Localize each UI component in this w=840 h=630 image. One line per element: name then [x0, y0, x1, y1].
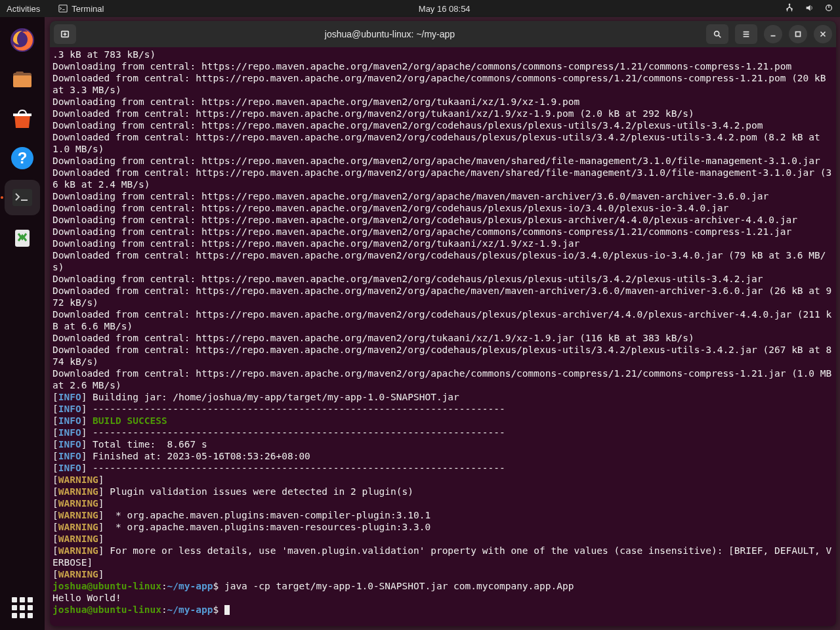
window-title: joshua@ubuntu-linux: ~/my-app: [80, 29, 700, 39]
app-menu-label: Terminal: [72, 4, 104, 14]
new-tab-icon: [60, 30, 70, 39]
svg-rect-7: [13, 75, 32, 87]
svg-point-1: [789, 3, 791, 5]
search-icon: [713, 30, 722, 39]
svg-rect-16: [796, 32, 801, 37]
volume-icon[interactable]: [805, 3, 814, 14]
network-icon[interactable]: [785, 3, 794, 14]
maximize-button[interactable]: [789, 25, 807, 43]
hamburger-menu[interactable]: [735, 24, 757, 44]
minimize-button[interactable]: [764, 25, 782, 43]
show-applications[interactable]: [12, 597, 33, 618]
firefox-icon: [9, 27, 35, 53]
close-button[interactable]: [814, 25, 832, 43]
close-icon: [818, 30, 828, 39]
svg-rect-9: [13, 114, 32, 116]
new-tab-button[interactable]: [54, 24, 76, 44]
svg-rect-12: [12, 189, 32, 206]
activities-button[interactable]: Activities: [7, 4, 40, 14]
dock-terminal[interactable]: [5, 180, 40, 215]
dock-files[interactable]: [5, 62, 40, 97]
gnome-topbar: Activities Terminal May 16 08:54: [0, 0, 840, 17]
hamburger-icon: [742, 30, 751, 39]
svg-point-3: [791, 8, 793, 10]
minimize-icon: [768, 30, 778, 39]
maximize-icon: [793, 30, 803, 39]
clock[interactable]: May 16 08:54: [419, 4, 471, 14]
dock-software[interactable]: [5, 101, 40, 136]
svg-text:?: ?: [18, 149, 28, 167]
svg-point-2: [786, 8, 788, 10]
trash-icon: [9, 224, 35, 250]
terminal-small-icon: [58, 4, 68, 13]
shopping-bag-icon: [9, 106, 35, 132]
search-button[interactable]: [706, 24, 728, 44]
svg-rect-8: [16, 72, 24, 75]
dock-trash[interactable]: [5, 219, 40, 255]
svg-rect-0: [59, 5, 67, 12]
help-icon: ?: [9, 145, 35, 171]
titlebar: joshua@ubuntu-linux: ~/my-app: [50, 21, 836, 47]
terminal-window: joshua@ubuntu-linux: ~/my-app .3 kB at 7…: [50, 21, 836, 626]
terminal-output[interactable]: .3 kB at 783 kB/s)Downloading from centr…: [50, 47, 836, 626]
dock: ?: [0, 17, 45, 630]
dock-firefox[interactable]: [5, 22, 40, 58]
dock-help[interactable]: ?: [5, 140, 40, 176]
terminal-icon: [9, 184, 35, 211]
app-menu[interactable]: Terminal: [58, 4, 104, 14]
svg-point-15: [715, 32, 719, 36]
files-icon: [9, 66, 35, 93]
power-icon[interactable]: [824, 3, 833, 14]
